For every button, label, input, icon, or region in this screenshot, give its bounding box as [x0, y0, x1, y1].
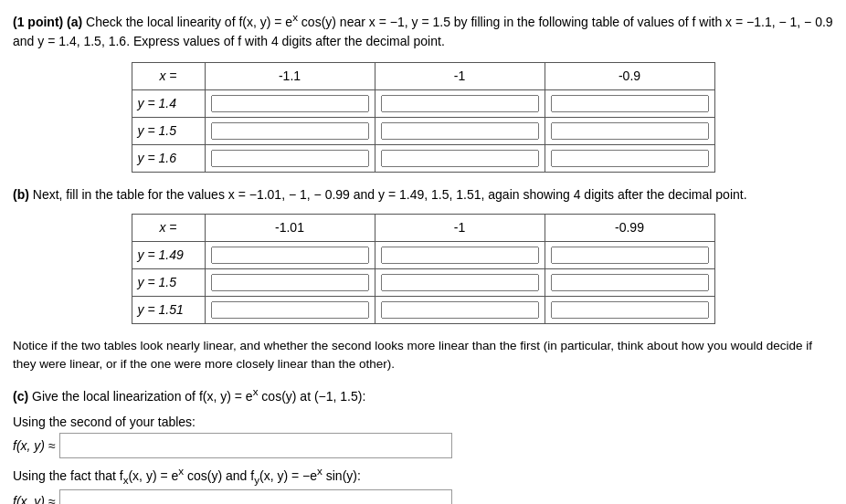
using-second-label: Using the second of your tables:: [13, 412, 833, 434]
table-b-r3c1[interactable]: [205, 296, 375, 323]
part-b-text: Next, fill in the table for the values x…: [33, 187, 747, 202]
table-b-wrapper: x = -1.01 -1 -0.99 y = 1.49 y = 1.5 y = …: [13, 214, 833, 324]
table-b-r2c3-input[interactable]: [551, 274, 709, 291]
table-a-col-neg09: -0.9: [545, 62, 714, 89]
table-a-wrapper: x = -1.1 -1 -0.9 y = 1.4 y = 1.5 y = 1.6: [13, 62, 833, 173]
table-a-r3c1[interactable]: [205, 144, 375, 172]
table-a-r1c3-input[interactable]: [551, 95, 709, 112]
table-a: x = -1.1 -1 -0.9 y = 1.4 y = 1.5 y = 1.6: [132, 62, 715, 173]
table-b-r2c3[interactable]: [545, 268, 714, 296]
table-a-row2-label: y = 1.5: [132, 117, 205, 144]
table-b-r1c2[interactable]: [375, 241, 545, 268]
table-a-r3c2[interactable]: [375, 144, 545, 172]
table-a-r1c2-input[interactable]: [381, 95, 539, 112]
notice-text: Notice if the two tables look nearly lin…: [13, 337, 833, 374]
table-b-r3c3-input[interactable]: [551, 301, 709, 319]
approx-label-1: f(x, y) ≈: [13, 436, 56, 457]
part-c: (c) Give the local linearization of f(x,…: [13, 383, 833, 504]
part-b-header: (b) Next, fill in the table for the valu…: [13, 185, 833, 205]
problem-header: (1 point) (a) Check the local linearity …: [13, 9, 833, 51]
part-b-label: (b): [13, 187, 29, 202]
table-a-row1-label: y = 1.4: [132, 89, 205, 117]
table-a-col-neg11: -1.1: [205, 62, 375, 89]
part-c-label: (c): [13, 389, 28, 404]
part-c-text: Give the local linearization of f(x, y) …: [32, 389, 365, 404]
table-a-r3c2-input[interactable]: [381, 150, 539, 167]
table-b-r1c3[interactable]: [545, 241, 714, 268]
table-a-row3-label: y = 1.6: [132, 144, 205, 172]
table-b: x = -1.01 -1 -0.99 y = 1.49 y = 1.5 y = …: [132, 214, 715, 324]
table-b-col-neg1: -1: [375, 214, 545, 241]
table-a-r2c2[interactable]: [375, 117, 545, 144]
table-b-r1c3-input[interactable]: [551, 247, 709, 264]
table-b-r3c1-input[interactable]: [211, 301, 369, 319]
table-b-row3-label: y = 1.51: [132, 296, 205, 323]
table-b-col-neg101: -1.01: [205, 214, 375, 241]
table-a-r3c3[interactable]: [545, 144, 714, 172]
problem-text: (1 point) (a) Check the local linearity …: [13, 15, 833, 48]
table-b-r1c1-input[interactable]: [211, 247, 369, 264]
approx-input-1[interactable]: [59, 433, 452, 458]
table-a-r1c3[interactable]: [545, 89, 714, 117]
table-a-r1c1-input[interactable]: [211, 95, 369, 112]
table-a-r2c3[interactable]: [545, 117, 714, 144]
table-b-r1c2-input[interactable]: [381, 247, 539, 264]
table-b-row2-label: y = 1.5: [132, 268, 205, 296]
using-fact-label: Using the fact that fx(x, y) = ex cos(y)…: [13, 462, 833, 488]
table-a-col-neg1: -1: [375, 62, 545, 89]
table-b-col-neg099: -0.99: [545, 214, 714, 241]
table-b-r3c2-input[interactable]: [381, 301, 539, 319]
approx-row-2: f(x, y) ≈: [13, 489, 833, 504]
table-a-r2c3-input[interactable]: [551, 122, 709, 140]
table-a-col-header: x =: [132, 62, 205, 89]
table-b-r3c3[interactable]: [545, 296, 714, 323]
table-a-r1c2[interactable]: [375, 89, 545, 117]
table-a-r1c1[interactable]: [205, 89, 375, 117]
part-c-header: (c) Give the local linearization of f(x,…: [13, 383, 833, 407]
table-a-r2c1-input[interactable]: [211, 122, 369, 140]
approx-row-1: f(x, y) ≈: [13, 433, 833, 458]
table-a-r3c1-input[interactable]: [211, 150, 369, 167]
approx-label-2: f(x, y) ≈: [13, 491, 56, 504]
approx-input-2[interactable]: [59, 489, 452, 504]
table-b-row1-label: y = 1.49: [132, 241, 205, 268]
table-b-col-header: x =: [132, 214, 205, 241]
table-a-r3c3-input[interactable]: [551, 150, 709, 167]
table-b-r2c1[interactable]: [205, 268, 375, 296]
table-b-r2c2-input[interactable]: [381, 274, 539, 291]
table-a-r2c1[interactable]: [205, 117, 375, 144]
table-b-r3c2[interactable]: [375, 296, 545, 323]
table-a-r2c2-input[interactable]: [381, 122, 539, 140]
table-b-r2c1-input[interactable]: [211, 274, 369, 291]
table-b-r1c1[interactable]: [205, 241, 375, 268]
table-b-r2c2[interactable]: [375, 268, 545, 296]
